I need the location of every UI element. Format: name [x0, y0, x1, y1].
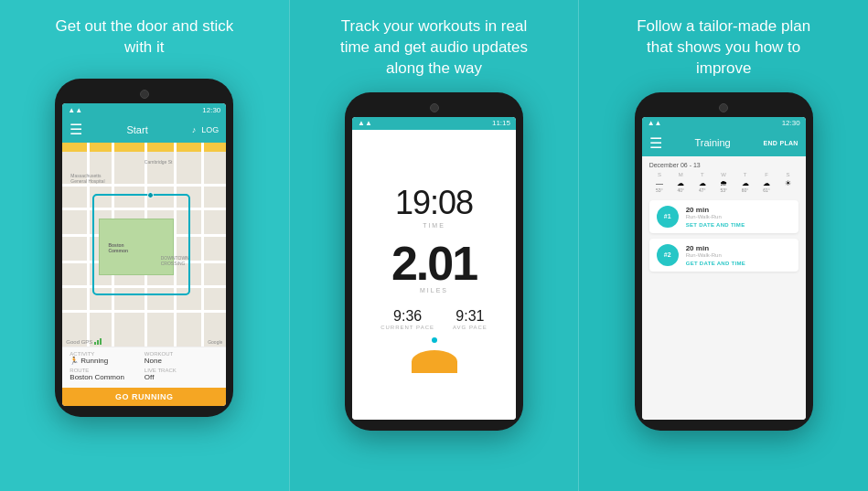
time-label: TIME [423, 222, 445, 229]
workout-display: 19:08 TIME 2.01 MILES 9:36 CURRENT PACE … [352, 130, 516, 420]
workout1-duration: 20 min [686, 206, 791, 214]
workout-badge-2: #2 [657, 244, 679, 266]
cal-day-s2: S ☀ [777, 172, 798, 193]
avg-pace: 9:31 AVG PACE [453, 308, 488, 330]
nav-title: Training [694, 137, 730, 148]
street [201, 143, 204, 347]
calendar-header: December 06 - 13 [649, 162, 798, 168]
left-phone: ▲▲ 12:30 ☰ Start ♪ LOG [55, 79, 233, 417]
panel-right: Follow a tailor-made plan that shows you… [579, 0, 868, 491]
cal-day-f: F ☁ 61° [756, 172, 777, 193]
workout-info-1: 20 min Run-Walk-Run SET DATE AND TIME [686, 206, 791, 228]
camera-dot [719, 103, 728, 112]
map-label: MassachusettsGeneral Hospital [70, 173, 104, 184]
center-phone: ▲▲ 11:15 19:08 TIME 2.01 MILES 9:36 CURR… [345, 92, 523, 431]
panel-left: Get out the door and stick with it ▲▲ 12… [0, 0, 289, 491]
gps-label: Good GPS [66, 339, 92, 345]
avg-pace-value: 9:31 [453, 308, 488, 325]
route-line [92, 194, 190, 296]
gps-bar [94, 342, 96, 345]
avg-pace-label: AVG PACE [453, 325, 488, 330]
nav-icons: ♪ LOG [192, 125, 220, 134]
livetrack-item: Live Track Off [145, 368, 220, 381]
center-panel-title: Track your workouts in real time and get… [340, 16, 528, 80]
livetrack-value: Off [145, 373, 220, 381]
left-phone-screen: ▲▲ 12:30 ☰ Start ♪ LOG [62, 103, 226, 406]
panel-center: Track your workouts in real time and get… [289, 0, 580, 491]
gps-bars [94, 338, 102, 345]
hamburger-icon: ☰ [649, 134, 662, 152]
workout-value: None [145, 357, 220, 365]
status-bar: ▲▲ 11:15 [352, 117, 516, 130]
google-label: Google [208, 339, 222, 345]
activity-value: 🏃 Running [70, 357, 145, 365]
cal-day-s: S — 53° [649, 172, 670, 193]
signal-icons: ▲▲ [68, 106, 82, 114]
current-pace-value: 9:36 [380, 308, 434, 325]
cal-day-t1: T ☁ 47° [692, 172, 713, 193]
route-value: Boston Common [70, 373, 145, 381]
signal-icons: ▲▲ [648, 119, 662, 127]
location-pin [147, 192, 154, 198]
workout-card-1: #1 20 min Run-Walk-Run SET DATE AND TIME [649, 200, 798, 233]
training-screen: December 06 - 13 S — 53° M ☁ 40° T [642, 156, 806, 420]
calendar-grid: S — 53° M ☁ 40° T ☁ 47° W [649, 172, 798, 193]
route-item: Route Boston Common [70, 368, 145, 381]
cal-day-t2: T ☁ 60° [734, 172, 755, 193]
set-date-button-2[interactable]: GET DATE AND TIME [686, 261, 791, 266]
music-icon: ♪ [192, 125, 197, 134]
center-phone-screen: ▲▲ 11:15 19:08 TIME 2.01 MILES 9:36 CURR… [352, 117, 516, 420]
run-icon: 🏃 [70, 357, 79, 365]
gps-bar [100, 338, 102, 345]
miles-value: 2.01 [391, 240, 477, 287]
right-phone-screen: ▲▲ 12:30 ☰ Training END PLAN December 06… [642, 117, 806, 420]
workout-info-2: 20 min Run-Walk-Run GET DATE AND TIME [686, 244, 791, 266]
camera-dot [430, 103, 439, 112]
nav-bar: ☰ Training END PLAN [642, 130, 806, 156]
current-pace: 9:36 CURRENT PACE [380, 308, 434, 330]
hamburger-icon: ☰ [70, 121, 82, 138]
signal-icons: ▲▲ [358, 119, 372, 127]
info-row: Activity 🏃 Running Workout None [70, 351, 219, 365]
log-icon: LOG [201, 125, 219, 134]
gps-bar [97, 340, 99, 345]
indicator-dot [432, 337, 437, 343]
status-time: 12:30 [782, 119, 800, 127]
bottom-arc [412, 350, 457, 373]
workout1-type: Run-Walk-Run [686, 214, 791, 219]
map-area: BostonCommon MassachusettsGeneral Hospit… [62, 143, 226, 347]
right-panel-title: Follow a tailor-made plan that shows you… [637, 16, 810, 80]
camera-dot [140, 90, 149, 99]
nav-bar: ☰ Start ♪ LOG [62, 116, 226, 143]
workout2-duration: 20 min [686, 244, 791, 252]
go-running-button[interactable]: GO RUNNING [62, 388, 226, 406]
map-label: Cambridge St [145, 159, 173, 165]
right-phone: ▲▲ 12:30 ☰ Training END PLAN December 06… [635, 92, 813, 431]
status-time: 12:30 [202, 106, 220, 114]
workout-item: Workout None [145, 351, 220, 365]
status-bar: ▲▲ 12:30 [62, 103, 226, 116]
gps-overlay: Good GPS [66, 338, 102, 345]
cal-day-m: M ☁ 40° [670, 172, 691, 193]
left-panel-title: Get out the door and stick with it [56, 16, 234, 66]
current-pace-label: CURRENT PACE [380, 325, 434, 330]
cal-day-w: W 🌧 53° [713, 172, 734, 193]
map-label: DOWNTOWNCROSSING [161, 255, 189, 266]
miles-label: MILES [420, 287, 448, 294]
end-plan-button[interactable]: END PLAN [763, 140, 798, 146]
workout-card-2: #2 20 min Run-Walk-Run GET DATE AND TIME [649, 239, 798, 272]
info-section: Activity 🏃 Running Workout None Route [62, 347, 226, 388]
status-bar: ▲▲ 12:30 [642, 117, 806, 130]
nav-title: Start [126, 124, 147, 135]
workout2-type: Run-Walk-Run [686, 252, 791, 258]
activity-item: Activity 🏃 Running [70, 351, 145, 365]
pace-row: 9:36 CURRENT PACE 9:31 AVG PACE [352, 308, 516, 330]
set-date-button-1[interactable]: SET DATE AND TIME [686, 222, 791, 228]
info-row-2: Route Boston Common Live Track Off [70, 368, 219, 381]
workout-badge-1: #1 [657, 206, 679, 228]
workout-time: 19:08 [395, 184, 473, 222]
status-time: 11:15 [492, 119, 510, 127]
